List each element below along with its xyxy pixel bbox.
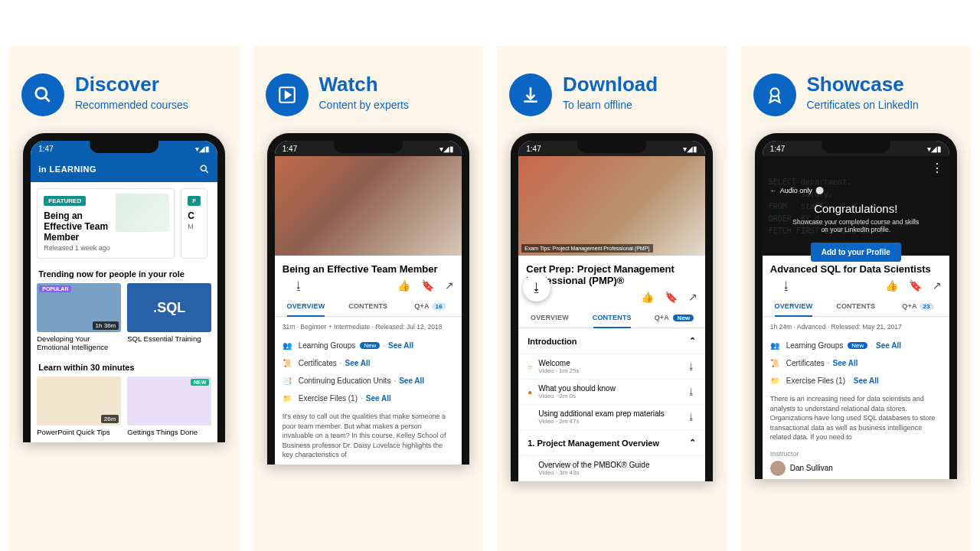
certificate-icon: 📜 <box>770 359 781 367</box>
lesson-item[interactable]: Using additional exam prep materialsVide… <box>518 405 705 430</box>
download-bubble-button[interactable]: ⭳ <box>523 274 550 302</box>
section-intro[interactable]: Introduction ⌃ <box>518 328 705 354</box>
share-icon[interactable]: ↗ <box>688 291 697 303</box>
ceu-icon: 📑 <box>283 377 293 385</box>
lesson-item[interactable]: ○WelcomeVideo · 1m 25s⭳ <box>518 354 705 380</box>
search-icon[interactable] <box>199 164 210 174</box>
panel-title: Download <box>563 73 658 96</box>
panel-head: Discover Recommended courses <box>9 73 240 133</box>
tab-overview[interactable]: OVERVIEW <box>763 296 825 316</box>
tab-contents[interactable]: CONTENTS <box>825 296 887 316</box>
instructor-name: Dan Sullivan <box>790 464 833 472</box>
chevron-up-icon: ⌃ <box>689 336 696 346</box>
tab-qa[interactable]: Q+A23 <box>887 296 949 316</box>
section-label: 1. Project Management Overview <box>528 439 659 448</box>
folder-icon: 📁 <box>770 377 781 385</box>
congrats-overlay: ← Audio only ⚪ Congratulations! Showcase… <box>763 156 949 256</box>
new-badge: New <box>673 315 694 321</box>
bookmark-icon[interactable]: 🔖 <box>909 279 922 292</box>
course-thumb[interactable]: .SQL SQL Essential Training <box>127 283 211 352</box>
download-icon[interactable]: ⭳ <box>687 386 696 397</box>
video-caption: Exam Tips: Project Management Profession… <box>521 244 652 253</box>
new-badge: New <box>848 342 867 349</box>
tab-contents[interactable]: CONTENTS <box>581 308 643 328</box>
app-topbar: in LEARNING <box>31 156 217 182</box>
new-badge: NEW <box>191 379 209 386</box>
course-title: PowerPoint Quick Tips <box>37 428 121 436</box>
chevron-up-icon: ⌃ <box>689 438 696 448</box>
like-icon[interactable]: 👍 <box>397 279 410 292</box>
video-hero[interactable] <box>275 156 462 256</box>
lesson-item[interactable]: Overview of the PMBOK® GuideVideo · 3m 4… <box>518 456 705 481</box>
see-all-link[interactable]: See All <box>876 341 901 350</box>
phone-watch: 1:47 ▾◢▮ Being an Effective Team Member … <box>267 133 469 465</box>
share-icon[interactable]: ↗ <box>445 279 454 292</box>
panel-subtitle: Recommended courses <box>75 99 188 111</box>
add-to-profile-button[interactable]: Add to your Profile <box>811 243 901 262</box>
status-icons: ▾◢▮ <box>439 145 454 153</box>
section-label: Introduction <box>528 337 577 346</box>
more-icon[interactable]: ⋮ <box>931 161 943 175</box>
tab-qa[interactable]: Q+A New <box>643 308 705 328</box>
instructor-row[interactable]: Dan Sullivan <box>763 458 949 479</box>
status-icons: ▾◢▮ <box>195 145 210 153</box>
status-bar: 1:47 ▾◢▮ <box>31 141 217 156</box>
featured-title: Being an Effective Team Member <box>44 210 120 243</box>
qa-count-badge: 16 <box>432 303 446 310</box>
see-all-link[interactable]: See All <box>833 359 858 367</box>
duration-badge: 26m <box>101 415 119 423</box>
status-icons: ▾◢▮ <box>927 145 942 153</box>
see-all-link[interactable]: See All <box>345 359 371 367</box>
like-icon[interactable]: 👍 <box>885 279 898 292</box>
row-label: Learning Groups <box>299 341 356 350</box>
featured-tag: F <box>188 196 201 206</box>
lesson-item[interactable]: ●What you should knowVideo · 2m 0s⭳ <box>518 380 705 405</box>
see-all-link[interactable]: See All <box>399 377 424 385</box>
phone-download: 1:47▾◢▮ Exam Tips: Project Management Pr… <box>511 133 713 481</box>
featured-card-peek[interactable]: F C M <box>181 188 207 259</box>
status-bar: 1:47 ▾◢▮ <box>275 141 462 156</box>
congrats-title: Congratulations! <box>814 202 897 215</box>
panel-title: Discover <box>75 73 188 96</box>
download-icon[interactable]: ⭳ <box>687 361 696 372</box>
course-description: There is an increasing need for data sci… <box>763 390 949 447</box>
tab-contents[interactable]: CONTENTS <box>337 296 399 316</box>
panel-title: Watch <box>319 73 410 96</box>
panel-watch: Watch Content by experts 1:47 ▾◢▮ Being … <box>253 46 484 551</box>
groups-icon: 👥 <box>770 341 781 350</box>
audio-only-toggle[interactable]: ← Audio only ⚪ <box>770 187 824 194</box>
download-icon[interactable]: ⭳ <box>687 412 696 422</box>
featured-card[interactable]: FEATURED Being an Effective Team Member … <box>37 188 175 259</box>
lesson-title: Welcome <box>538 359 570 367</box>
panel-showcase: Showcase Certificates on LinkedIn 1:47▾◢… <box>741 46 972 551</box>
course-thumb[interactable]: NEW Gettings Things Done <box>127 377 211 436</box>
section-pm-overview[interactable]: 1. Project Management Overview ⌃ <box>518 430 705 456</box>
svg-line-1 <box>45 97 49 101</box>
share-icon[interactable]: ↗ <box>933 279 942 292</box>
play-box-icon <box>266 73 309 116</box>
duration-badge: 1h 36m <box>93 321 119 330</box>
course-thumb[interactable]: 26m PowerPoint Quick Tips <box>37 377 121 436</box>
tab-overview[interactable]: OVERVIEW <box>275 296 337 316</box>
status-time: 1:47 <box>38 145 53 153</box>
row-label: Certificates <box>786 359 825 367</box>
download-icon[interactable]: ⭳ <box>293 279 304 292</box>
bookmark-icon[interactable]: 🔖 <box>421 279 434 292</box>
video-hero[interactable]: Exam Tips: Project Management Profession… <box>518 156 705 256</box>
row-label: Exercise Files (1) <box>299 394 358 403</box>
row-label: Certificates <box>299 359 337 367</box>
see-all-link[interactable]: See All <box>366 394 391 403</box>
peek-line: M <box>188 223 194 230</box>
lesson-title: Overview of the PMBOK® Guide <box>538 461 649 469</box>
notch <box>90 139 158 153</box>
bookmark-icon[interactable]: 🔖 <box>665 291 678 303</box>
tab-overview[interactable]: OVERVIEW <box>518 308 580 328</box>
panel-title: Showcase <box>807 73 919 96</box>
course-title: Developing Your Emotional Intelligence <box>37 334 121 352</box>
course-thumb[interactable]: POPULAR 1h 36m Developing Your Emotional… <box>37 283 121 352</box>
tab-qa[interactable]: Q+A16 <box>399 296 461 316</box>
see-all-link[interactable]: See All <box>388 341 413 350</box>
download-icon[interactable]: ⭳ <box>781 279 792 292</box>
like-icon[interactable]: 👍 <box>641 291 654 303</box>
see-all-link[interactable]: See All <box>854 377 879 385</box>
